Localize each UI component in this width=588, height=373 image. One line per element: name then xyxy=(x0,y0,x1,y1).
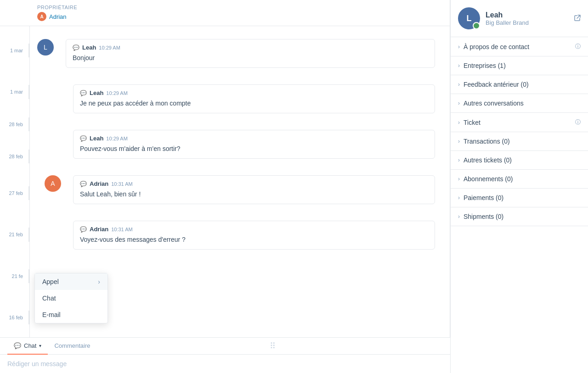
section-paiements[interactable]: › Paiements (0) xyxy=(451,189,588,207)
message-body-2: Je ne peux pas accéder à mon compte xyxy=(80,99,428,108)
adrian-avatar-1: A xyxy=(45,175,61,192)
contact-name[interactable]: Leah xyxy=(486,11,569,19)
timeline-sidebar: 1 mar 1 mar 28 feb 28 feb 27 feb 21 feb … xyxy=(0,26,30,337)
reply-area: 💬 Chat ▾ Commentaire ⠿ Rédiger un messag… xyxy=(0,337,450,373)
contact-avatar: L xyxy=(458,7,480,29)
chevron-shipments: › xyxy=(458,213,460,220)
chat-icon-5: 💬 xyxy=(80,226,87,233)
timeline-date-8: 16 feb xyxy=(0,311,29,324)
info-icon-ticket[interactable]: ⓘ xyxy=(575,118,581,126)
chevron-ticket: › xyxy=(458,119,460,126)
info-icon-about[interactable]: ⓘ xyxy=(575,43,581,50)
sender-adrian-1: Adrian xyxy=(90,180,108,187)
timeline-date-5: 27 feb xyxy=(0,186,29,200)
section-entreprises[interactable]: › Entreprises (1) xyxy=(451,56,588,75)
chevron-entreprises: › xyxy=(458,62,460,69)
chat-icon-4: 💬 xyxy=(80,181,87,187)
online-badge xyxy=(473,22,480,29)
message-bubble-5: 💬 Adrian 10:31 AM Voyez-vous des message… xyxy=(73,221,435,250)
message-body-1: Bonjour xyxy=(73,53,428,63)
timeline-date-4: 28 feb xyxy=(0,150,29,163)
section-about-contact[interactable]: › À propos de ce contact ⓘ xyxy=(451,37,588,56)
dropdown-item-chat[interactable]: Chat xyxy=(35,290,107,306)
timeline-date-1: 1 mar xyxy=(0,44,29,57)
section-ticket[interactable]: › Ticket ⓘ xyxy=(451,113,588,132)
chevron-transactions: › xyxy=(458,138,460,145)
message-group-2: 💬 Leah 10:29 AM Je ne peux pas accéder à… xyxy=(30,76,450,122)
dropdown-item-email[interactable]: E-mail xyxy=(35,306,107,323)
section-autres-conversations[interactable]: › Autres conversations xyxy=(451,94,588,113)
sender-leah-3: Leah xyxy=(90,135,103,142)
section-abonnements[interactable]: › Abonnements (0) xyxy=(451,170,588,189)
message-bubble-2: 💬 Leah 10:29 AM Je ne peux pas accéder à… xyxy=(73,84,435,113)
message-time-5: 10:31 AM xyxy=(111,227,132,232)
message-time-2: 10:29 AM xyxy=(106,90,127,96)
tab-comment[interactable]: Commentaire xyxy=(48,338,96,355)
right-sidebar: L Leah Big Baller Brand › À propos de ce… xyxy=(450,0,588,373)
chevron-feedback: › xyxy=(458,81,460,88)
chat-icon-3: 💬 xyxy=(80,135,87,142)
contact-info: Leah Big Baller Brand xyxy=(486,11,569,26)
reply-tabs: 💬 Chat ▾ Commentaire ⠿ xyxy=(0,338,450,355)
message-group-4: A 💬 Adrian 10:31 AM Salut Leah, bien sûr… xyxy=(30,167,450,212)
section-transactions[interactable]: › Transactions (0) xyxy=(451,132,588,151)
drag-handle: ⠿ xyxy=(270,341,429,351)
dropdown-item-appel[interactable]: Appel › xyxy=(35,273,107,290)
chevron-paiements: › xyxy=(458,195,460,201)
proprietaire-header: Propriétaire A Adrian xyxy=(30,0,450,26)
section-shipments[interactable]: › Shipments (0) xyxy=(451,207,588,226)
timeline-date-6: 21 feb xyxy=(0,228,29,241)
section-autres-tickets[interactable]: › Autres tickets (0) xyxy=(451,151,588,170)
contact-company: Big Baller Brand xyxy=(486,19,569,26)
sender-adrian-2: Adrian xyxy=(90,226,108,233)
message-group-1: L 💬 Leah 10:29 AM Bonjour xyxy=(30,31,450,76)
sender-leah-2: Leah xyxy=(90,89,103,96)
sender-leah-1: Leah xyxy=(82,44,96,51)
proprietaire-label: Propriétaire xyxy=(37,5,442,10)
dropdown-menu: Appel › Chat E-mail xyxy=(34,273,108,323)
reply-input[interactable]: Rédiger un message xyxy=(0,355,450,373)
chevron-autres-conv: › xyxy=(458,100,460,106)
timeline-date-2: 1 mar xyxy=(0,85,29,99)
owner-name[interactable]: Adrian xyxy=(49,13,67,20)
message-body-4: Salut Leah, bien sûr ! xyxy=(80,189,428,199)
sidebar-sections: › À propos de ce contact ⓘ › Entreprises… xyxy=(451,37,588,226)
external-link-icon[interactable] xyxy=(574,15,581,22)
chevron-right-icon: › xyxy=(98,278,100,285)
contact-header: L Leah Big Baller Brand xyxy=(451,0,588,37)
chat-icon-1: 💬 xyxy=(73,45,79,51)
message-group-5: 💬 Adrian 10:31 AM Voyez-vous des message… xyxy=(30,212,450,258)
message-body-3: Pouvez-vous m'aider à m'en sortir? xyxy=(80,144,428,154)
message-bubble-1: 💬 Leah 10:29 AM Bonjour xyxy=(66,39,435,68)
chat-tab-chevron: ▾ xyxy=(39,343,41,348)
chevron-autres-tickets: › xyxy=(458,157,460,163)
chevron-about: › xyxy=(458,44,460,50)
leah-avatar-1: L xyxy=(37,39,54,56)
message-time-4: 10:31 AM xyxy=(111,181,132,187)
chevron-abonnements: › xyxy=(458,176,460,182)
chat-tab-icon: 💬 xyxy=(14,342,21,349)
message-bubble-4: 💬 Adrian 10:31 AM Salut Leah, bien sûr ! xyxy=(73,175,435,204)
message-time-1: 10:29 AM xyxy=(99,45,120,50)
message-time-3: 10:29 AM xyxy=(106,136,127,141)
timeline-date-7: 21 fe xyxy=(0,269,29,283)
message-body-5: Voyez-vous des messages d'erreur ? xyxy=(80,235,428,245)
message-bubble-3: 💬 Leah 10:29 AM Pouvez-vous m'aider à m'… xyxy=(73,130,435,159)
tab-chat[interactable]: 💬 Chat ▾ xyxy=(7,338,48,355)
chat-icon-2: 💬 xyxy=(80,90,87,96)
owner-avatar: A xyxy=(37,12,46,21)
timeline-date-3: 28 feb xyxy=(0,117,29,131)
message-group-3: 💬 Leah 10:29 AM Pouvez-vous m'aider à m'… xyxy=(30,122,450,167)
section-feedback[interactable]: › Feedback antérieur (0) xyxy=(451,75,588,94)
